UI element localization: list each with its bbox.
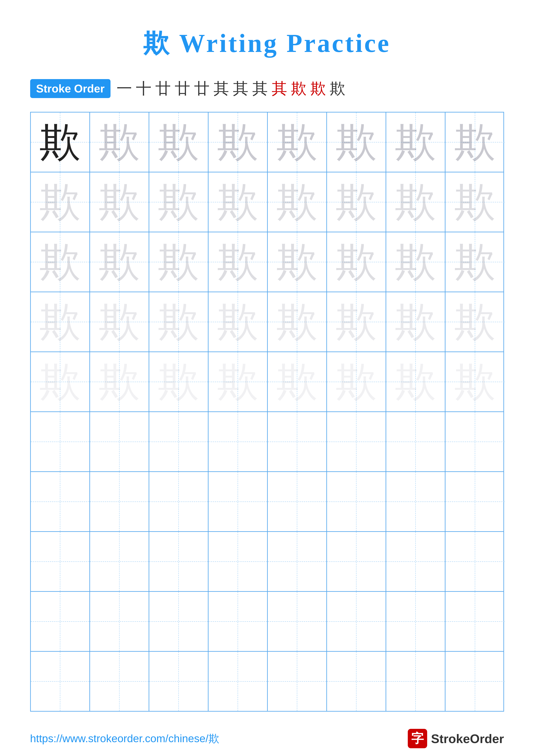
grid-cell[interactable]: 欺	[268, 352, 327, 411]
footer-url[interactable]: https://www.strokeorder.com/chinese/欺	[30, 731, 219, 746]
grid-cell[interactable]	[90, 652, 149, 711]
grid-cell[interactable]	[386, 652, 445, 711]
grid-cell[interactable]: 欺	[445, 352, 505, 411]
grid-cell[interactable]	[90, 472, 149, 531]
grid-cell[interactable]	[268, 592, 327, 651]
grid-cell[interactable]	[209, 592, 268, 651]
grid-cell[interactable]: 欺	[327, 352, 386, 411]
grid-row	[31, 652, 503, 711]
grid-cell[interactable]: 欺	[268, 232, 327, 292]
grid-cell[interactable]: 欺	[386, 173, 445, 232]
grid-cell[interactable]: 欺	[149, 352, 209, 411]
grid-cell[interactable]	[268, 412, 327, 471]
grid-cell[interactable]: 欺	[268, 292, 327, 351]
grid-row: 欺 欺 欺 欺 欺 欺 欺 欺	[31, 113, 503, 173]
grid-cell[interactable]: 欺	[209, 352, 268, 411]
practice-char: 欺	[217, 182, 258, 223]
grid-cell[interactable]	[31, 592, 90, 651]
grid-cell[interactable]: 欺	[327, 232, 386, 292]
practice-char: 欺	[217, 122, 258, 163]
grid-cell[interactable]	[209, 652, 268, 711]
grid-cell[interactable]: 欺	[90, 352, 149, 411]
grid-cell[interactable]: 欺	[31, 352, 90, 411]
grid-cell[interactable]: 欺	[209, 173, 268, 232]
grid-cell[interactable]	[209, 532, 268, 591]
grid-cell[interactable]	[386, 592, 445, 651]
practice-char: 欺	[277, 122, 318, 163]
practice-char: 欺	[158, 302, 199, 342]
grid-cell[interactable]	[445, 412, 505, 471]
grid-cell[interactable]: 欺	[209, 292, 268, 351]
grid-cell[interactable]	[327, 652, 386, 711]
grid-cell[interactable]: 欺	[149, 113, 209, 172]
grid-cell[interactable]	[268, 652, 327, 711]
grid-cell[interactable]	[149, 592, 209, 651]
practice-char: 欺	[336, 302, 377, 342]
grid-cell[interactable]	[327, 592, 386, 651]
grid-cell[interactable]	[31, 532, 90, 591]
grid-cell[interactable]	[149, 652, 209, 711]
grid-cell[interactable]: 欺	[31, 113, 90, 172]
grid-row: 欺 欺 欺 欺 欺 欺 欺 欺	[31, 292, 503, 352]
practice-char: 欺	[277, 242, 318, 283]
grid-cell[interactable]: 欺	[327, 113, 386, 172]
grid-cell[interactable]: 欺	[268, 113, 327, 172]
grid-cell[interactable]	[327, 532, 386, 591]
grid-cell[interactable]: 欺	[386, 352, 445, 411]
grid-cell[interactable]: 欺	[149, 292, 209, 351]
grid-cell[interactable]	[445, 472, 505, 531]
grid-cell[interactable]	[31, 472, 90, 531]
practice-char: 欺	[277, 362, 318, 402]
grid-cell[interactable]: 欺	[209, 232, 268, 292]
grid-cell[interactable]: 欺	[327, 173, 386, 232]
grid-cell[interactable]	[149, 472, 209, 531]
practice-char: 欺	[336, 122, 377, 163]
grid-cell[interactable]	[209, 472, 268, 531]
grid-cell[interactable]	[149, 532, 209, 591]
grid-cell[interactable]	[268, 472, 327, 531]
grid-cell[interactable]	[386, 532, 445, 591]
grid-cell[interactable]: 欺	[327, 292, 386, 351]
grid-cell[interactable]: 欺	[386, 232, 445, 292]
grid-cell[interactable]: 欺	[445, 292, 505, 351]
grid-cell[interactable]	[31, 652, 90, 711]
grid-cell[interactable]: 欺	[386, 113, 445, 172]
grid-cell[interactable]	[327, 472, 386, 531]
grid-cell[interactable]: 欺	[149, 173, 209, 232]
grid-cell[interactable]: 欺	[90, 232, 149, 292]
practice-char: 欺	[454, 122, 496, 163]
grid-cell[interactable]: 欺	[31, 232, 90, 292]
grid-cell[interactable]	[268, 532, 327, 591]
grid-cell[interactable]: 欺	[31, 292, 90, 351]
grid-cell[interactable]: 欺	[90, 292, 149, 351]
practice-char: 欺	[395, 242, 436, 283]
grid-cell[interactable]	[90, 412, 149, 471]
stroke-char-6: 其	[214, 78, 229, 99]
grid-cell[interactable]: 欺	[445, 232, 505, 292]
grid-cell[interactable]: 欺	[149, 232, 209, 292]
grid-cell[interactable]: 欺	[386, 292, 445, 351]
grid-cell[interactable]: 欺	[445, 113, 505, 172]
grid-cell[interactable]	[445, 652, 505, 711]
grid-cell[interactable]: 欺	[31, 173, 90, 232]
grid-cell[interactable]	[445, 532, 505, 591]
stroke-char-10: 欺	[291, 78, 307, 99]
grid-cell[interactable]	[31, 412, 90, 471]
practice-char: 欺	[158, 362, 199, 402]
practice-char: 欺	[99, 302, 140, 342]
grid-cell[interactable]: 欺	[268, 173, 327, 232]
grid-cell[interactable]	[209, 412, 268, 471]
grid-cell[interactable]: 欺	[209, 113, 268, 172]
grid-cell[interactable]: 欺	[90, 113, 149, 172]
grid-cell[interactable]	[90, 592, 149, 651]
grid-cell[interactable]	[90, 532, 149, 591]
practice-char: 欺	[39, 182, 81, 223]
grid-cell[interactable]	[149, 412, 209, 471]
grid-cell[interactable]	[386, 412, 445, 471]
practice-char: 欺	[217, 302, 258, 342]
grid-cell[interactable]	[386, 472, 445, 531]
grid-cell[interactable]	[327, 412, 386, 471]
grid-cell[interactable]: 欺	[90, 173, 149, 232]
grid-cell[interactable]: 欺	[445, 173, 505, 232]
grid-cell[interactable]	[445, 592, 505, 651]
